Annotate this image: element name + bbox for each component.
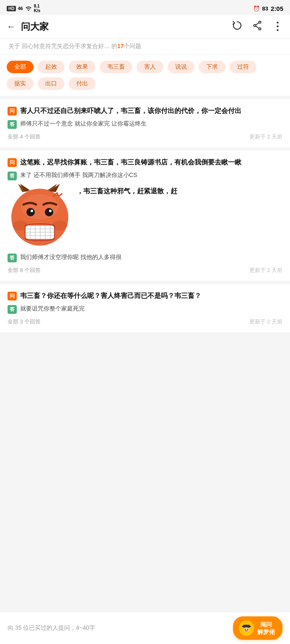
svg-point-9 <box>26 208 35 216</box>
card-footer-1: 全部 4 个回答 更新于 2 天前 <box>8 133 282 141</box>
answer-text-2b: 我们师傅才没空理你呢 找他的人多得很 <box>20 253 122 262</box>
ask-button-avatar <box>239 621 254 636</box>
question-row-2: 问 这笔账，迟早找你算账，韦三畜，韦三良铸源书店，有机会我倒要去瞅一瞅 <box>8 157 282 167</box>
angry-emoji <box>8 184 72 250</box>
question-card-3[interactable]: 问 韦三畜？你还在等什么呢？害人终害己而已不是吗？韦三畜？ 答 就要诅咒你整个家… <box>0 284 290 332</box>
question-row-1: 问 害人只不过还自己别来吓唬人了，韦三畜，该你付出的代价，你一定会付出 <box>8 106 282 116</box>
tag-3[interactable]: 韦三畜 <box>100 61 132 73</box>
tag-all[interactable]: 全部 <box>7 61 34 73</box>
answer-text-1: 师傅只不过一个意念 就让你全家完 让你霉运终生 <box>20 119 147 128</box>
wifi-icon <box>25 5 32 12</box>
status-left: HD 46 8.1K/s <box>7 4 40 13</box>
svg-point-10 <box>45 208 53 216</box>
svg-point-2 <box>254 24 256 26</box>
question-list: 问 害人只不过还自己别来吓唬人了，韦三畜，该你付出的代价，你一定会付出 答 师傅… <box>0 99 290 332</box>
update-time-2: 更新于 2 天前 <box>249 267 282 274</box>
question-text-1: 害人只不过还自己别来吓唬人了，韦三畜，该你付出的代价，你一定会付出 <box>20 106 241 116</box>
header: ← 问大家 ⋮ <box>0 15 290 38</box>
page-title: 问大家 <box>21 21 232 33</box>
avatar-svg <box>240 621 253 635</box>
answer-row-1: 答 师傅只不过一个意念 就让你全家完 让你霉运终生 <box>8 119 282 129</box>
question-row-3: 问 韦三畜？你还在等什么呢？害人终害己而已不是吗？韦三畜？ <box>8 291 282 301</box>
answer-badge-3: 答 <box>8 305 17 314</box>
bottom-bar: 向 35 位已买过的人提问，4~40字 揭问解梦佬 <box>0 612 290 644</box>
partial-question-text: ，韦三畜这种邪气，赶紧退散，赶 <box>77 184 177 196</box>
tag-7[interactable]: 过符 <box>230 61 256 73</box>
tag-1[interactable]: 起效 <box>38 61 65 73</box>
time-display: 2:05 <box>271 5 283 12</box>
question-badge-3: 问 <box>8 292 17 300</box>
update-time-3: 更新于 2 天前 <box>249 318 282 326</box>
hd-badge: HD <box>7 6 16 11</box>
tag-9[interactable]: 出口 <box>38 77 65 90</box>
more-button[interactable]: ⋮ <box>272 20 283 33</box>
ask-button[interactable]: 揭问解梦佬 <box>233 616 282 640</box>
question-text-2: 这笔账，迟早找你算账，韦三畜，韦三良铸源书店，有机会我倒要去瞅一瞅 <box>20 157 241 167</box>
share-button[interactable] <box>252 20 263 33</box>
answer-badge-2b: 答 <box>8 254 17 262</box>
alarm-icon: ⏰ <box>253 5 260 12</box>
svg-line-4 <box>256 26 259 28</box>
question-card-2[interactable]: 问 这笔账，迟早找你算账，韦三畜，韦三良铸源书店，有机会我倒要去瞅一瞅 答 来了… <box>0 151 290 281</box>
subtitle-suffix: 个问题 <box>124 43 141 49</box>
subtitle: 关于 回心转意符咒失恋分手求复合好… 的17个问题 <box>0 38 290 55</box>
sticker-row: ，韦三畜这种邪气，赶紧退散，赶 <box>8 184 282 250</box>
answer-row-2b: 答 我们师傅才没空理你呢 找他的人多得很 <box>8 253 282 262</box>
bottom-hint-text: 向 35 位已买过的人提问，4~40字 <box>8 624 95 632</box>
question-card-1[interactable]: 问 害人只不过还自己别来吓唬人了，韦三畜，该你付出的代价，你一定会付出 答 师傅… <box>0 99 290 147</box>
tag-5[interactable]: 说说 <box>168 61 194 73</box>
battery-indicator: 83 <box>262 5 268 12</box>
answer-row-2: 答 来了 还不用我们师傅手 我两刀解决你这小CS <box>8 171 282 180</box>
refresh-button[interactable] <box>232 20 243 33</box>
svg-point-1 <box>259 28 261 30</box>
svg-point-0 <box>259 21 261 23</box>
answer-badge-2: 答 <box>8 172 17 180</box>
tag-4[interactable]: 害人 <box>137 61 163 73</box>
svg-point-8 <box>21 194 59 219</box>
question-text-3: 韦三畜？你还在等什么呢？害人终害己而已不是吗？韦三畜？ <box>20 291 201 301</box>
back-button[interactable]: ← <box>7 21 16 32</box>
tag-2[interactable]: 效果 <box>69 61 96 73</box>
tag-8[interactable]: 据实 <box>7 77 34 90</box>
answer-count-1: 全部 4 个回答 <box>8 133 41 141</box>
svg-point-11 <box>31 210 33 212</box>
angry-emoji-svg <box>8 184 72 249</box>
question-badge-2: 问 <box>8 158 17 167</box>
subtitle-prefix: 关于 回心转意符咒失恋分手求复合好… 的 <box>8 43 117 49</box>
svg-point-30 <box>245 629 246 630</box>
svg-point-29 <box>243 627 249 632</box>
signal-strength: 46 <box>18 6 23 11</box>
status-bar: HD 46 8.1K/s ⏰ 83 2:05 <box>0 0 290 15</box>
question-badge-1: 问 <box>8 107 17 115</box>
answer-text-3: 就要诅咒你整个家庭死完 <box>20 304 85 313</box>
ask-button-label: 揭问解梦佬 <box>257 621 275 636</box>
answer-badge-1: 答 <box>8 120 17 129</box>
svg-rect-28 <box>243 625 250 628</box>
answer-text-2: 来了 还不用我们师傅手 我两刀解决你这小CS <box>20 171 137 180</box>
update-time-1: 更新于 2 天前 <box>249 133 282 141</box>
header-actions: ⋮ <box>232 20 283 33</box>
card-footer-3: 全部 3 个回答 更新于 2 天前 <box>8 318 282 326</box>
tag-6[interactable]: 下求 <box>199 61 225 73</box>
answer-count-3: 全部 3 个回答 <box>8 318 41 326</box>
question-count: 17 <box>117 43 124 49</box>
card-footer-2: 全部 8 个回答 更新于 2 天前 <box>8 267 282 274</box>
svg-point-12 <box>49 210 52 212</box>
tag-10[interactable]: 付出 <box>69 77 96 90</box>
svg-line-3 <box>256 23 259 25</box>
tags-container: 全部 起效 效果 韦三畜 害人 说说 下求 过符 据实 出口 付出 <box>0 55 290 99</box>
svg-point-31 <box>247 629 248 630</box>
speed-text: 8.1K/s <box>34 4 41 13</box>
status-right: ⏰ 83 2:05 <box>253 5 284 12</box>
answer-row-3: 答 就要诅咒你整个家庭死完 <box>8 304 282 314</box>
answer-count-2: 全部 8 个回答 <box>8 267 41 274</box>
